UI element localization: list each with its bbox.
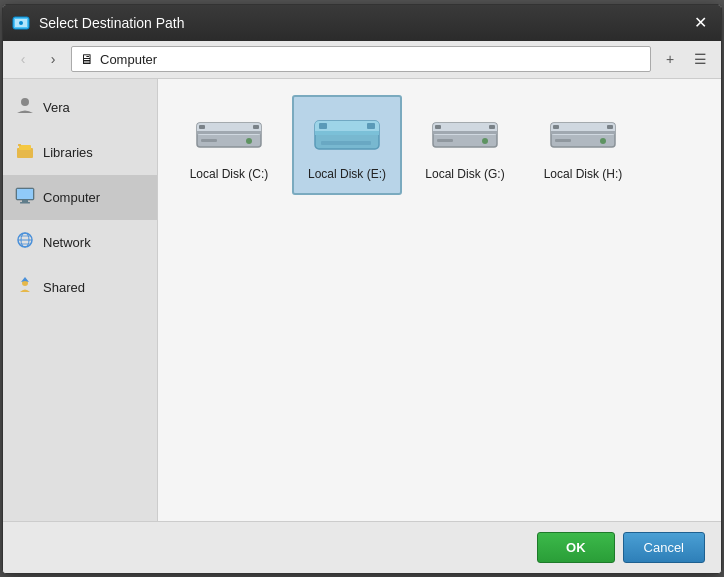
disk-item-c[interactable]: Local Disk (C:) bbox=[174, 95, 284, 195]
computer-icon bbox=[15, 185, 35, 210]
disk-item-h[interactable]: Local Disk (H:) bbox=[528, 95, 638, 195]
ok-button[interactable]: OK bbox=[537, 532, 615, 563]
location-icon: 🖥 bbox=[80, 51, 94, 67]
svg-point-3 bbox=[21, 98, 29, 106]
network-icon bbox=[15, 230, 35, 255]
sidebar-item-shared[interactable]: Shared bbox=[3, 265, 157, 310]
back-button[interactable]: ‹ bbox=[11, 47, 35, 71]
sidebar: VeraLibrariesComputerNetworkShared bbox=[3, 79, 158, 521]
svg-rect-40 bbox=[551, 131, 615, 134]
svg-rect-23 bbox=[201, 139, 217, 142]
disk-label-c: Local Disk (C:) bbox=[190, 167, 269, 181]
svg-rect-22 bbox=[253, 125, 259, 129]
disk-icon-h bbox=[547, 109, 619, 161]
dialog-title: Select Destination Path bbox=[39, 15, 687, 31]
svg-rect-10 bbox=[20, 202, 30, 204]
content-area: VeraLibrariesComputerNetworkShared Local… bbox=[3, 79, 721, 521]
disk-item-g[interactable]: Local Disk (G:) bbox=[410, 95, 520, 195]
svg-rect-9 bbox=[22, 200, 28, 202]
svg-point-24 bbox=[246, 138, 252, 144]
app-icon bbox=[11, 13, 31, 33]
svg-rect-43 bbox=[555, 139, 571, 142]
shared-label: Shared bbox=[43, 280, 145, 295]
address-location: 🖥 Computer bbox=[71, 46, 651, 72]
view-button[interactable]: ☰ bbox=[687, 46, 713, 72]
vera-icon bbox=[15, 95, 35, 120]
disk-label-e: Local Disk (E:) bbox=[308, 167, 386, 181]
disk-icon-c bbox=[193, 109, 265, 161]
svg-rect-33 bbox=[433, 131, 497, 134]
disk-item-e[interactable]: Local Disk (E:) bbox=[292, 95, 402, 195]
svg-rect-30 bbox=[321, 141, 371, 145]
close-button[interactable]: ✕ bbox=[687, 10, 713, 36]
svg-rect-27 bbox=[315, 131, 379, 135]
svg-rect-42 bbox=[607, 125, 613, 129]
disk-icon-e bbox=[311, 109, 383, 161]
svg-rect-28 bbox=[319, 123, 327, 129]
forward-button[interactable]: › bbox=[41, 47, 65, 71]
svg-rect-8 bbox=[17, 189, 33, 199]
libraries-label: Libraries bbox=[43, 145, 145, 160]
svg-point-44 bbox=[600, 138, 606, 144]
svg-point-2 bbox=[19, 21, 23, 25]
titlebar: Select Destination Path ✕ bbox=[3, 5, 721, 41]
sidebar-item-network[interactable]: Network bbox=[3, 220, 157, 265]
libraries-icon bbox=[15, 140, 35, 165]
svg-rect-41 bbox=[553, 125, 559, 129]
svg-rect-36 bbox=[437, 139, 453, 142]
sidebar-item-vera[interactable]: Vera bbox=[3, 85, 157, 130]
cancel-button[interactable]: Cancel bbox=[623, 532, 705, 563]
svg-rect-6 bbox=[18, 144, 21, 146]
dialog: Select Destination Path ✕ ‹ › 🖥 Computer… bbox=[2, 4, 722, 574]
toolbar-right: + ☰ bbox=[657, 46, 713, 72]
main-panel: Local Disk (C:) Local Disk (E:) Local Di… bbox=[158, 79, 721, 521]
addressbar: ‹ › 🖥 Computer + ☰ bbox=[3, 41, 721, 79]
svg-rect-29 bbox=[367, 123, 375, 129]
disk-label-g: Local Disk (G:) bbox=[425, 167, 504, 181]
svg-rect-34 bbox=[435, 125, 441, 129]
svg-rect-20 bbox=[197, 131, 261, 134]
shared-icon bbox=[15, 275, 35, 300]
sidebar-item-libraries[interactable]: Libraries bbox=[3, 130, 157, 175]
vera-label: Vera bbox=[43, 100, 145, 115]
location-text: Computer bbox=[100, 52, 157, 67]
svg-point-37 bbox=[482, 138, 488, 144]
footer: OK Cancel bbox=[3, 521, 721, 573]
svg-rect-21 bbox=[199, 125, 205, 129]
add-button[interactable]: + bbox=[657, 46, 683, 72]
disk-icon-g bbox=[429, 109, 501, 161]
network-label: Network bbox=[43, 235, 145, 250]
disk-label-h: Local Disk (H:) bbox=[544, 167, 623, 181]
sidebar-item-computer[interactable]: Computer bbox=[3, 175, 157, 220]
computer-label: Computer bbox=[43, 190, 145, 205]
svg-rect-35 bbox=[489, 125, 495, 129]
